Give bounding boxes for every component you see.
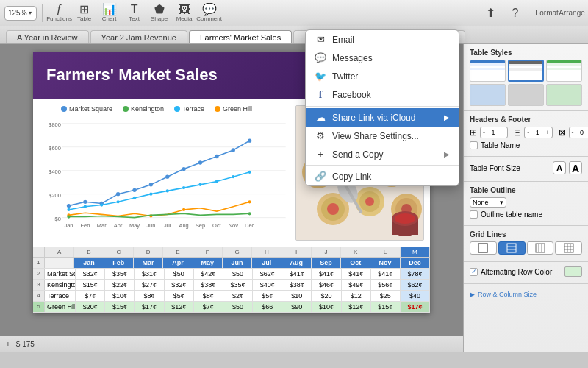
footer-count-value: 1	[531, 129, 543, 136]
dropdown-twitter[interactable]: 🐦 Twitter	[306, 67, 459, 85]
footer-count-plus[interactable]: +	[543, 129, 551, 136]
cell-2-e[interactable]: $50	[165, 269, 194, 279]
alternating-row-section: Alternating Row Color	[464, 262, 588, 284]
table-style-5[interactable]	[508, 84, 544, 106]
col-I[interactable]: I	[282, 247, 312, 257]
col-G[interactable]: G	[223, 247, 252, 257]
tab-farmers-market[interactable]: Farmers' Market Sales	[189, 30, 292, 43]
body-count-stepper[interactable]: - 0 +	[569, 127, 588, 138]
col-J[interactable]: J	[312, 247, 341, 257]
header-count-minus[interactable]: -	[481, 129, 487, 136]
cell-market-sq-label[interactable]: Market Sq.	[45, 269, 76, 279]
col-H[interactable]: H	[252, 247, 282, 257]
chart-button[interactable]: 📊 Chart	[98, 2, 121, 24]
col-F[interactable]: F	[193, 247, 223, 257]
headers-footer-title: Headers & Footer	[470, 116, 582, 124]
tab-year2-jam[interactable]: Year 2 Jam Revenue	[90, 30, 187, 43]
dropdown-copy-link[interactable]: 🔗 Copy Link	[306, 167, 459, 185]
text-button[interactable]: T Text	[123, 2, 146, 24]
table-style-1[interactable]	[470, 60, 506, 82]
outline-select[interactable]: None ▾	[470, 197, 506, 208]
col-K[interactable]: K	[341, 247, 370, 257]
arrange-button[interactable]: Arrange	[560, 2, 584, 24]
dropdown-facebook[interactable]: f Facebook	[306, 85, 459, 105]
svg-text:$600: $600	[49, 145, 61, 152]
cell-2-m[interactable]: $78¢	[401, 269, 430, 279]
svg-text:Dec: Dec	[245, 222, 255, 229]
add-sheet-button[interactable]: +	[6, 340, 10, 348]
alternating-row-label: Alternating Row Color	[481, 268, 552, 276]
col-C[interactable]: C	[104, 247, 134, 257]
svg-point-40	[166, 189, 169, 192]
send-copy-label: Send a Copy	[332, 149, 383, 160]
col-L[interactable]: L	[370, 247, 400, 257]
table-style-2[interactable]	[508, 60, 544, 82]
table-outline-title: Table Outline	[470, 186, 582, 194]
legend-dot-market-square	[61, 106, 67, 112]
table-button[interactable]: ⊞ Table	[73, 2, 96, 24]
toolbar-right-buttons: ⬆ ? Format Arrange	[478, 2, 584, 24]
cell-greenhill-label[interactable]: Green Hill	[45, 302, 76, 312]
body-count-value: 0	[576, 129, 588, 136]
header-count-stepper[interactable]: - 1 +	[480, 127, 508, 138]
table-styles-title: Table Styles	[470, 49, 582, 57]
row-column-size-expand[interactable]: ▶ Row & Column Size	[470, 289, 582, 300]
dropdown-messages[interactable]: 💬 Messages	[306, 49, 459, 67]
legend-market-square: Market Square	[61, 105, 112, 113]
alternating-row-checkbox[interactable]	[470, 268, 478, 276]
cell-2-f[interactable]: $42¢	[194, 269, 223, 279]
table-style-3[interactable]	[546, 60, 582, 82]
body-count-minus[interactable]: -	[570, 129, 576, 136]
table-style-6[interactable]	[546, 84, 582, 106]
alternating-row-color-swatch[interactable]	[564, 266, 582, 277]
icloud-icon: ☁	[315, 112, 326, 123]
dropdown-view-settings[interactable]: ⚙ View Share Settings...	[306, 127, 459, 145]
cell-terrace-label[interactable]: Terrace	[45, 291, 76, 301]
cell-kensington-label[interactable]: Kensington	[45, 280, 76, 290]
cell-2-l[interactable]: $41¢	[371, 269, 401, 279]
twitter-label: Twitter	[332, 71, 358, 82]
cell-2-c[interactable]: $35¢	[105, 269, 135, 279]
outline-name-checkbox[interactable]	[470, 210, 478, 219]
dropdown-send-copy[interactable]: + Send a Copy ▶	[306, 145, 459, 163]
format-button[interactable]: Format	[535, 2, 559, 24]
cell-2-k[interactable]: $41¢	[342, 269, 371, 279]
cell-2-d[interactable]: $31¢	[135, 269, 164, 279]
tab-year-in-review[interactable]: A Year in Review	[6, 30, 89, 43]
col-B[interactable]: B	[74, 247, 104, 257]
grid-lines-btn-2[interactable]	[498, 241, 526, 255]
cell-2-g[interactable]: $50	[223, 269, 253, 279]
dropdown-share-link-icloud[interactable]: ☁ Share Link via iCloud ▶	[306, 108, 459, 127]
help-button[interactable]: ?	[503, 2, 527, 24]
table-style-4[interactable]	[470, 84, 506, 106]
cell-2-h[interactable]: $62¢	[253, 269, 282, 279]
status-bar: + $ 175	[0, 336, 463, 352]
share-button[interactable]: ⬆	[478, 2, 502, 24]
spreadsheet-row-5: 5 Green Hill $20¢ $15¢ $17¢ $12¢ $7¢ $50…	[33, 302, 430, 313]
col-A[interactable]: A	[45, 247, 74, 257]
media-button[interactable]: 🖼 Media	[173, 2, 196, 24]
cell-2-j[interactable]: $41¢	[312, 269, 341, 279]
col-M[interactable]: M	[401, 247, 430, 257]
header-count-plus[interactable]: +	[499, 129, 507, 136]
functions-button[interactable]: ƒ Functions	[48, 2, 71, 24]
dropdown-separator-2	[306, 165, 459, 166]
cell-2-b[interactable]: $32¢	[76, 269, 105, 279]
footer-count-stepper[interactable]: - 1 +	[524, 127, 552, 138]
cell-2-i[interactable]: $41¢	[282, 269, 312, 279]
grid-lines-btn-3[interactable]	[527, 241, 554, 255]
table-name-checkbox[interactable]	[470, 141, 478, 149]
dropdown-separator	[306, 106, 459, 107]
shape-button[interactable]: ⬟ Shape	[148, 2, 171, 24]
comment-button[interactable]: 💬 Comment	[198, 2, 221, 24]
font-size-decrease[interactable]: A	[553, 161, 566, 174]
zoom-control[interactable]: 125% ▾	[4, 6, 37, 21]
dropdown-email[interactable]: ✉ Email	[306, 30, 459, 49]
svg-text:Nov: Nov	[229, 222, 239, 229]
footer-count-minus[interactable]: -	[525, 129, 531, 136]
font-size-increase[interactable]: A	[569, 161, 582, 174]
grid-lines-btn-4[interactable]	[555, 241, 582, 255]
col-E[interactable]: E	[163, 247, 193, 257]
grid-lines-btn-1[interactable]	[470, 241, 497, 255]
col-D[interactable]: D	[134, 247, 163, 257]
